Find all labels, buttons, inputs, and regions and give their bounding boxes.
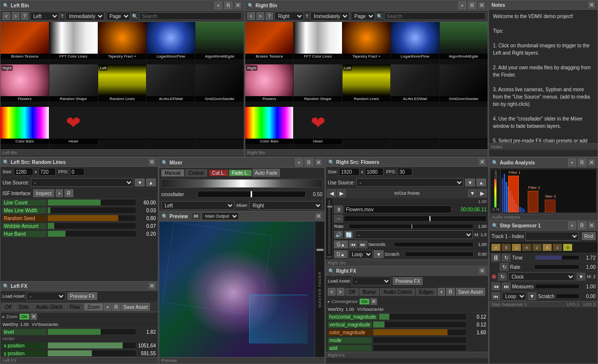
right-fx-add-btn[interactable]: + [438,288,446,296]
step-seq-clock-select[interactable]: Clock [508,272,575,281]
right-src-loop-btn[interactable]: 🔄 [344,231,353,239]
right-nav-next-btn[interactable]: > [256,12,264,20]
right-thumb-random-shape[interactable]: Random Shape [294,64,342,107]
right-bin-r-btn[interactable]: R [468,1,476,9]
left-src-inspect-btn[interactable]: Inspect [33,189,54,197]
right-src-arrow-right[interactable]: → [334,215,343,222]
right-src-d-btn[interactable]: D▲ [334,250,347,258]
right-fx-on-btn[interactable]: On [360,299,369,304]
step-seq-loop-select[interactable]: Loop [502,292,526,301]
left-src-close-btn[interactable]: ✕ [149,159,155,165]
left-fx-effect-close-btn[interactable]: ✕ [30,313,37,320]
right-thumb-heart[interactable]: ❤ Heart [294,107,342,149]
left-thumb-empty3[interactable] [195,107,244,149]
right-src-close-btn[interactable]: ✕ [479,159,486,165]
seq-cell-0[interactable]: 4 [491,243,501,251]
right-src-loop-select[interactable]: Loop [348,250,373,259]
audio-r-btn[interactable]: R [578,159,586,166]
right-thumb-empty2[interactable] [391,107,439,149]
right-src-down-btn[interactable]: ▼ [465,179,475,186]
right-src-left-arrow[interactable]: ◀ [327,189,336,197]
preview-output-select[interactable]: Main Output [202,212,239,220]
right-src-pause-btn[interactable]: ⏸ [334,205,343,213]
right-fx-tab-edges[interactable]: Edges [416,288,436,296]
left-thumb-right-flowers[interactable]: Right Flowers [0,64,49,107]
left-fx-tab-flow[interactable]: Flow [66,303,84,311]
right-fx-tab-off[interactable]: Off [345,288,359,296]
seq-cell-1[interactable]: 3 [501,243,511,251]
right-thumb-algorithm[interactable]: AlgorithmAtEgde [440,22,488,64]
step-seq-add-btn[interactable]: + [568,222,576,229]
step-seq-clock-arrow[interactable]: ▼ [577,273,585,281]
left-src-usesource-up-btn[interactable]: ▲ [146,179,156,186]
right-thumb-right-flowers[interactable]: Right Flowers [245,64,293,107]
left-nav-help-btn[interactable]: ? [21,12,29,20]
left-fx-close-btn[interactable]: ✕ [149,283,155,289]
left-src-add-btn[interactable]: + [56,189,64,197]
right-src-gain-btn[interactable]: G▲ [334,241,348,248]
right-bin-select[interactable]: Right [275,12,304,20]
master-fader-thumb[interactable] [317,249,323,251]
right-src-source-select[interactable]: - [355,230,473,239]
right-src-fps[interactable] [398,168,412,176]
step-seq-measures-track[interactable] [535,284,579,289]
mixer-tab-cosine[interactable]: Cosine [185,169,207,177]
left-src-height[interactable] [39,168,56,176]
step-seq-time-track[interactable] [535,255,579,260]
left-fx-tab-dots[interactable]: Dots [15,303,32,311]
left-thumb-fft[interactable]: FFT Color Lines [49,22,98,64]
right-bin-close-btn[interactable]: ✕ [478,2,485,9]
right-src-seconds-track[interactable] [394,242,473,247]
mixer-tab-manual[interactable]: Manual [161,169,184,177]
right-src-filename[interactable] [344,205,451,213]
right-fx-save-btn[interactable]: Save Asset [456,288,485,296]
right-src-height[interactable] [365,168,384,176]
right-thumb-logarithmic[interactable]: LogarithmicPinw [391,22,439,64]
left-fx-tab-zoom[interactable]: Zoom [84,303,104,311]
step-seq-track-select[interactable] [525,232,578,241]
left-src-usesource-down-btn[interactable]: ▼ [135,179,145,186]
right-fx-effect-close[interactable]: ✕ [370,298,377,305]
left-bin-search[interactable] [139,12,242,20]
mixer-cut-btn[interactable]: Cut L. [209,170,228,176]
right-src-right-arrow[interactable]: ▶ [337,189,346,197]
seq-cell-7[interactable]: 0 [563,243,573,251]
notes-close-btn[interactable]: ✕ [588,1,595,8]
mixer-autofade-btn[interactable]: Auto Fade [253,169,280,177]
right-src-scratch-track[interactable] [405,252,473,257]
right-thumb-gridzoom[interactable]: GridZoomSandw [440,64,488,107]
right-thumb-colorbars[interactable]: Color Bars [245,107,293,149]
left-fx-tab-audioglitch[interactable]: Audio Glitch [33,303,66,311]
left-bin-transition-select[interactable]: Immediately [65,12,105,20]
left-thumb-colorbars[interactable]: Color Bars [0,107,49,149]
right-fx-tab-bump[interactable]: Bump [360,288,379,296]
right-thumb-random-lines[interactable]: Left Random Lines [342,64,390,107]
left-thumb-gridzoom[interactable]: GridZoomSandw [195,64,244,107]
left-src-width[interactable] [14,168,33,176]
left-fx-preview-btn[interactable]: Preview FX [67,292,97,300]
left-bin-r-btn[interactable]: R [224,1,233,9]
seq-cell-4[interactable]: 2 [532,243,542,251]
right-src-kk-right[interactable]: ⏭ [359,241,367,248]
left-thumb-random-shape[interactable]: Random Shape [49,64,98,107]
left-thumb-logarithmic[interactable]: LogarithmicPinw [147,22,195,64]
mixer-crossfader-track[interactable] [197,191,306,198]
right-bin-search[interactable] [384,12,486,20]
step-seq-clock-loop-btn[interactable]: ↻ [498,273,507,281]
right-src-inout-right[interactable]: ▶ [478,189,487,197]
audio-close-btn[interactable]: ✕ [588,159,595,166]
step-seq-rate-track[interactable] [534,264,579,269]
left-fx-on-btn[interactable]: On [20,314,29,320]
mixer-fade-btn[interactable]: Fade L. [229,170,252,176]
right-src-loop-arrow[interactable]: ▼ [374,250,384,258]
seq-cell-3[interactable]: 4 [522,243,532,251]
preview-close-btn[interactable]: ✕ [315,213,322,220]
right-fx-tab-audiocolors[interactable]: Audio Colors [380,288,415,296]
left-bin-page-select[interactable]: Page [106,12,130,20]
mixer-close-btn[interactable]: ✕ [315,159,322,166]
right-fx-fwd-btn[interactable]: > [337,288,344,296]
left-nav-next-btn[interactable]: > [12,12,20,20]
right-fx-back-btn[interactable]: < [328,288,336,296]
left-src-usesource-select[interactable]: - [31,178,133,187]
left-thumb-tapestry[interactable]: Tapestry Fract + [98,22,147,64]
